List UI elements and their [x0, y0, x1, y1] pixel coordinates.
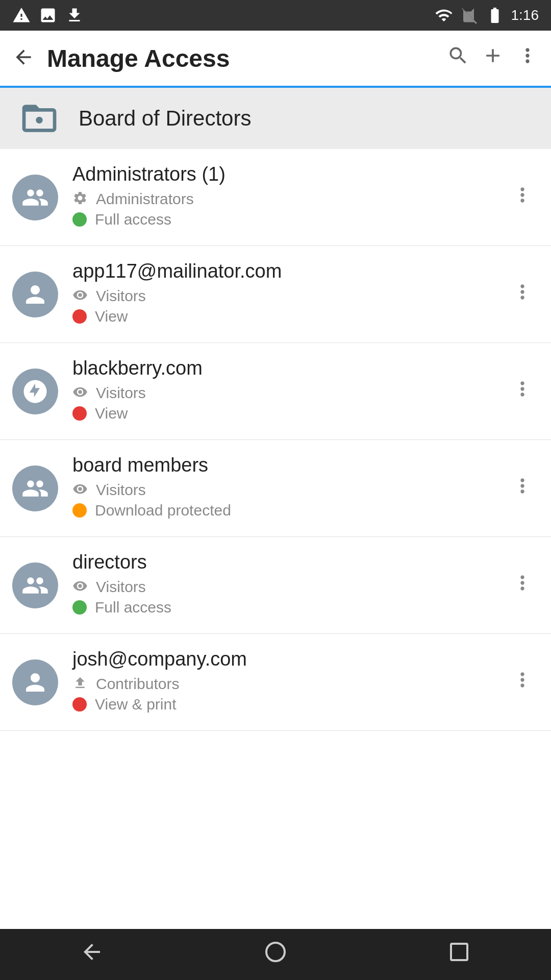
status-dot-3: [72, 503, 87, 518]
status-dot-2: [72, 406, 87, 421]
status-time: 1:16: [511, 7, 539, 23]
list-item: josh@company.com Contributors View & pri…: [0, 634, 551, 731]
list-item: Administrators (1) Administrators Full a…: [0, 149, 551, 246]
list-item: app117@mailinator.com Visitors View: [0, 246, 551, 343]
item-role-1: Visitors: [96, 287, 146, 305]
item-more-button-4[interactable]: [506, 567, 539, 604]
app-bar: Manage Access: [0, 31, 551, 88]
item-role-3: Visitors: [96, 481, 146, 499]
overflow-menu-button[interactable]: [516, 44, 539, 72]
nav-home-button[interactable]: [263, 940, 288, 969]
svg-point-0: [36, 117, 42, 124]
item-content-1: app117@mailinator.com Visitors View: [72, 260, 492, 328]
folder-header: Board of Directors: [0, 88, 551, 149]
warning-icon: [12, 6, 31, 24]
item-role-5: Contributors: [96, 675, 179, 693]
role-icon-1: [72, 287, 88, 305]
back-button[interactable]: [12, 46, 35, 70]
status-dot-1: [72, 309, 87, 324]
item-title-0: Administrators (1): [72, 163, 492, 185]
nav-back-button[interactable]: [80, 940, 104, 969]
nav-recents-button[interactable]: [447, 940, 471, 969]
status-dot-4: [72, 600, 87, 615]
role-icon-3: [72, 481, 88, 499]
item-role-row-1: Visitors: [72, 287, 492, 305]
item-role-row-5: Contributors: [72, 675, 492, 693]
item-role-0: Administrators: [96, 190, 194, 208]
image-icon: [39, 6, 57, 24]
item-more-button-1[interactable]: [506, 276, 539, 313]
avatar-4: [12, 562, 58, 608]
item-access-5: View & print: [95, 696, 177, 713]
folder-name: Board of Directors: [79, 106, 251, 131]
add-button[interactable]: [482, 44, 504, 72]
item-access-row-0: Full access: [72, 211, 492, 228]
svg-point-1: [266, 943, 285, 961]
item-title-2: blackberry.com: [72, 357, 492, 379]
item-more-button-5[interactable]: [506, 664, 539, 701]
avatar-0: [12, 175, 58, 220]
item-content-3: board members Visitors Download protecte…: [72, 454, 492, 522]
status-bar: 1:16: [0, 0, 551, 31]
avatar-5: [12, 659, 58, 705]
item-access-1: View: [95, 308, 128, 325]
role-icon-0: [72, 190, 88, 208]
item-content-5: josh@company.com Contributors View & pri…: [72, 648, 492, 716]
folder-icon: [16, 95, 62, 141]
item-title-1: app117@mailinator.com: [72, 260, 492, 282]
download-icon: [65, 6, 84, 24]
status-bar-left: [12, 6, 84, 24]
page-title: Manage Access: [47, 44, 435, 72]
status-dot-0: [72, 212, 87, 227]
item-content-0: Administrators (1) Administrators Full a…: [72, 163, 492, 231]
item-access-4: Full access: [95, 599, 171, 616]
svg-rect-2: [451, 944, 467, 960]
item-role-row-0: Administrators: [72, 190, 492, 208]
item-title-3: board members: [72, 454, 492, 476]
item-access-row-3: Download protected: [72, 502, 492, 519]
item-content-4: directors Visitors Full access: [72, 551, 492, 619]
role-icon-5: [72, 675, 88, 693]
list-item: board members Visitors Download protecte…: [0, 440, 551, 537]
item-more-button-2[interactable]: [506, 373, 539, 410]
status-bar-right: 1:16: [435, 6, 539, 24]
avatar-2: [12, 369, 58, 414]
avatar-1: [12, 272, 58, 317]
sim-icon: [460, 6, 479, 24]
avatar-3: [12, 465, 58, 511]
role-icon-4: [72, 578, 88, 596]
item-role-row-2: Visitors: [72, 384, 492, 402]
role-icon-2: [72, 384, 88, 402]
list-item: directors Visitors Full access: [0, 537, 551, 634]
item-access-row-4: Full access: [72, 599, 492, 616]
item-access-2: View: [95, 405, 128, 422]
item-role-2: Visitors: [96, 384, 146, 402]
item-role-4: Visitors: [96, 578, 146, 596]
item-role-row-3: Visitors: [72, 481, 492, 499]
item-more-button-3[interactable]: [506, 470, 539, 507]
bottom-nav: [0, 929, 551, 980]
status-dot-5: [72, 697, 87, 712]
item-access-row-2: View: [72, 405, 492, 422]
item-role-row-4: Visitors: [72, 578, 492, 596]
item-more-button-0[interactable]: [506, 179, 539, 216]
item-title-5: josh@company.com: [72, 648, 492, 670]
access-list: Administrators (1) Administrators Full a…: [0, 149, 551, 731]
search-button[interactable]: [447, 44, 469, 72]
item-title-4: directors: [72, 551, 492, 573]
item-content-2: blackberry.com Visitors View: [72, 357, 492, 425]
list-item: blackberry.com Visitors View: [0, 343, 551, 440]
wifi-icon: [435, 6, 453, 24]
item-access-row-5: View & print: [72, 696, 492, 713]
item-access-row-1: View: [72, 308, 492, 325]
item-access-3: Download protected: [95, 502, 231, 519]
battery-icon: [486, 6, 504, 24]
item-access-0: Full access: [95, 211, 171, 228]
